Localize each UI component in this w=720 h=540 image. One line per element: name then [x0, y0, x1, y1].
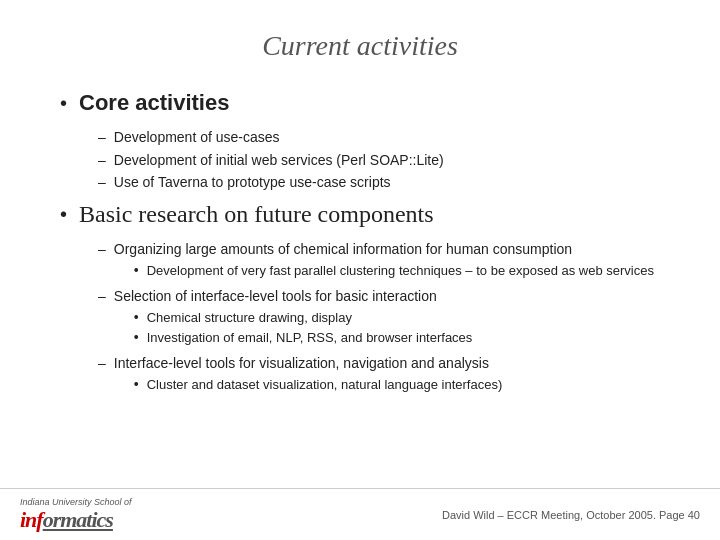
logo-part2: ormatics — [43, 507, 113, 533]
sub-text-1: Development of use-cases — [114, 128, 280, 148]
bullet-small-2: • — [134, 309, 139, 325]
sub-item-organizing: – Organizing large amounts of chemical i… — [98, 240, 670, 284]
sub-sub-text-3: Investigation of email, NLP, RSS, and br… — [147, 329, 473, 347]
dash-2: – — [98, 152, 106, 168]
slide: Current activities • Core activities – D… — [0, 0, 720, 540]
sub-item-1: – Development of use-cases — [98, 128, 670, 148]
sub-sub-item-1: • Development of very fast parallel clus… — [134, 262, 654, 280]
sub-sub-item-4: • Cluster and dataset visualization, nat… — [134, 376, 502, 394]
footer-logo-area: Indiana University School of informatics — [20, 497, 132, 533]
logo-part1: inf — [20, 507, 43, 533]
sub-item-interface: – Interface-level tools for visualizatio… — [98, 354, 670, 398]
bullet-dot-1: • — [60, 92, 67, 115]
sub-text-interface: Interface-level tools for visualization,… — [114, 355, 489, 371]
slide-title: Current activities — [50, 30, 670, 62]
sub-sub-item-3: • Investigation of email, NLP, RSS, and … — [134, 329, 473, 347]
dash-5: – — [98, 288, 106, 304]
sub-sub-text-1: Development of very fast parallel cluste… — [147, 262, 654, 280]
content-area: • Core activities – Development of use-c… — [50, 90, 670, 397]
sub-text-2: Development of initial web services (Per… — [114, 151, 444, 171]
sub-item-selection: – Selection of interface-level tools for… — [98, 287, 670, 351]
footer: Indiana University School of informatics… — [0, 488, 720, 540]
sub-item-3: – Use of Taverna to prototype use-case s… — [98, 173, 670, 193]
dash-6: – — [98, 355, 106, 371]
core-activities-label: Core activities — [79, 90, 229, 116]
bullet-core-activities: • Core activities — [60, 90, 670, 116]
bullet-small-4: • — [134, 376, 139, 392]
institution-label: Indiana University School of — [20, 497, 132, 507]
bullet-small-1: • — [134, 262, 139, 278]
sub-sub-text-4: Cluster and dataset visualization, natur… — [147, 376, 503, 394]
footer-citation: David Wild – ECCR Meeting, October 2005.… — [442, 509, 700, 521]
sub-sub-text-2: Chemical structure drawing, display — [147, 309, 352, 327]
sub-text-selection: Selection of interface-level tools for b… — [114, 288, 437, 304]
basic-research-label: Basic research on future components — [79, 201, 434, 228]
sub-text-organizing: Organizing large amounts of chemical inf… — [114, 241, 572, 257]
sub-sub-list-3: • Cluster and dataset visualization, nat… — [134, 376, 502, 394]
core-activities-sublist: – Development of use-cases – Development… — [98, 128, 670, 193]
sub-sub-list-1: • Development of very fast parallel clus… — [134, 262, 654, 280]
basic-research-sublist: – Organizing large amounts of chemical i… — [98, 240, 670, 398]
sub-sub-item-2: • Chemical structure drawing, display — [134, 309, 473, 327]
logo: informatics — [20, 507, 113, 533]
bullet-dot-2: • — [60, 203, 67, 226]
dash-1: – — [98, 129, 106, 145]
bullet-small-3: • — [134, 329, 139, 345]
sub-sub-list-2: • Chemical structure drawing, display • … — [134, 309, 473, 347]
sub-text-3: Use of Taverna to prototype use-case scr… — [114, 173, 391, 193]
bullet-basic-research: • Basic research on future components — [60, 201, 670, 228]
dash-3: – — [98, 174, 106, 190]
dash-4: – — [98, 241, 106, 257]
sub-item-2: – Development of initial web services (P… — [98, 151, 670, 171]
